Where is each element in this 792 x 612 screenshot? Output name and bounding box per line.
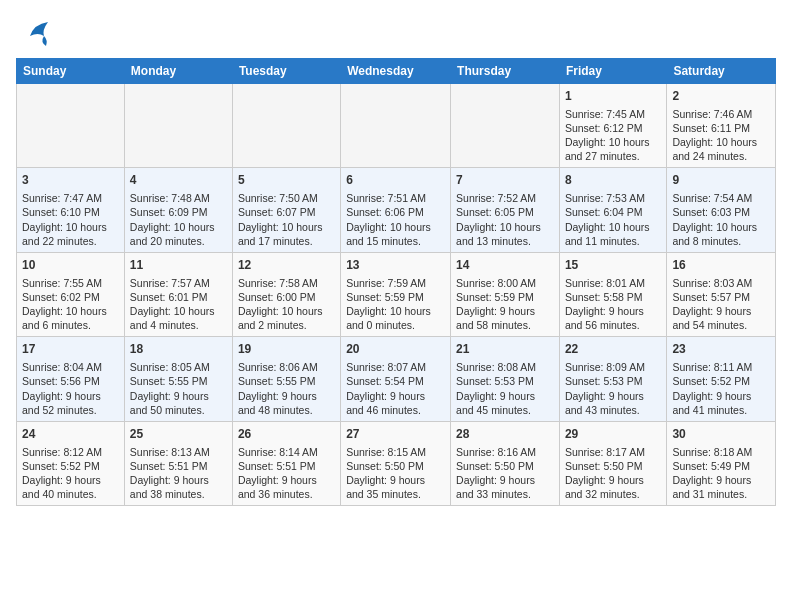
day-number: 5	[238, 172, 335, 189]
calendar-cell: 2Sunrise: 7:46 AMSunset: 6:11 PMDaylight…	[667, 84, 776, 168]
day-number: 20	[346, 341, 445, 358]
day-info: Sunset: 5:51 PM	[130, 459, 227, 473]
day-info: Sunset: 5:53 PM	[565, 374, 661, 388]
day-info: Sunset: 5:59 PM	[346, 290, 445, 304]
day-info: Sunset: 5:56 PM	[22, 374, 119, 388]
day-number: 15	[565, 257, 661, 274]
day-info: Sunset: 6:12 PM	[565, 121, 661, 135]
calendar-cell: 24Sunrise: 8:12 AMSunset: 5:52 PMDayligh…	[17, 421, 125, 505]
day-number: 17	[22, 341, 119, 358]
day-info: Sunrise: 7:50 AM	[238, 191, 335, 205]
day-info: Sunrise: 7:48 AM	[130, 191, 227, 205]
day-info: Sunrise: 8:01 AM	[565, 276, 661, 290]
calendar-cell: 20Sunrise: 8:07 AMSunset: 5:54 PMDayligh…	[341, 337, 451, 421]
day-info: Daylight: 10 hours and 0 minutes.	[346, 304, 445, 332]
day-info: Sunset: 5:55 PM	[238, 374, 335, 388]
calendar-cell	[124, 84, 232, 168]
day-info: Sunrise: 8:11 AM	[672, 360, 770, 374]
day-info: Sunrise: 8:15 AM	[346, 445, 445, 459]
day-info: Sunrise: 8:05 AM	[130, 360, 227, 374]
weekday-header-sunday: Sunday	[17, 59, 125, 84]
calendar-cell: 16Sunrise: 8:03 AMSunset: 5:57 PMDayligh…	[667, 252, 776, 336]
weekday-header-saturday: Saturday	[667, 59, 776, 84]
day-info: Daylight: 10 hours and 20 minutes.	[130, 220, 227, 248]
day-info: Sunrise: 8:07 AM	[346, 360, 445, 374]
day-info: Daylight: 9 hours and 35 minutes.	[346, 473, 445, 501]
day-number: 18	[130, 341, 227, 358]
day-info: Daylight: 9 hours and 45 minutes.	[456, 389, 554, 417]
calendar-cell: 15Sunrise: 8:01 AMSunset: 5:58 PMDayligh…	[559, 252, 666, 336]
day-info: Daylight: 10 hours and 27 minutes.	[565, 135, 661, 163]
day-info: Sunrise: 7:57 AM	[130, 276, 227, 290]
day-info: Sunset: 5:59 PM	[456, 290, 554, 304]
day-info: Sunset: 5:50 PM	[565, 459, 661, 473]
day-info: Sunrise: 8:00 AM	[456, 276, 554, 290]
weekday-header-friday: Friday	[559, 59, 666, 84]
calendar-cell: 25Sunrise: 8:13 AMSunset: 5:51 PMDayligh…	[124, 421, 232, 505]
calendar-cell: 26Sunrise: 8:14 AMSunset: 5:51 PMDayligh…	[232, 421, 340, 505]
calendar-cell: 18Sunrise: 8:05 AMSunset: 5:55 PMDayligh…	[124, 337, 232, 421]
day-number: 30	[672, 426, 770, 443]
day-number: 14	[456, 257, 554, 274]
day-info: Daylight: 10 hours and 11 minutes.	[565, 220, 661, 248]
calendar-cell: 12Sunrise: 7:58 AMSunset: 6:00 PMDayligh…	[232, 252, 340, 336]
day-info: Daylight: 9 hours and 50 minutes.	[130, 389, 227, 417]
calendar-cell: 7Sunrise: 7:52 AMSunset: 6:05 PMDaylight…	[451, 168, 560, 252]
day-number: 19	[238, 341, 335, 358]
day-info: Sunset: 6:03 PM	[672, 205, 770, 219]
calendar-cell: 5Sunrise: 7:50 AMSunset: 6:07 PMDaylight…	[232, 168, 340, 252]
calendar-cell: 29Sunrise: 8:17 AMSunset: 5:50 PMDayligh…	[559, 421, 666, 505]
day-info: Sunrise: 7:53 AM	[565, 191, 661, 205]
day-info: Daylight: 9 hours and 48 minutes.	[238, 389, 335, 417]
day-info: Sunrise: 8:16 AM	[456, 445, 554, 459]
weekday-header-tuesday: Tuesday	[232, 59, 340, 84]
day-info: Sunrise: 7:47 AM	[22, 191, 119, 205]
day-info: Sunrise: 8:09 AM	[565, 360, 661, 374]
day-info: Sunset: 6:06 PM	[346, 205, 445, 219]
day-number: 2	[672, 88, 770, 105]
day-number: 24	[22, 426, 119, 443]
weekday-header-monday: Monday	[124, 59, 232, 84]
day-info: Sunset: 5:52 PM	[672, 374, 770, 388]
day-info: Daylight: 9 hours and 33 minutes.	[456, 473, 554, 501]
day-info: Sunset: 6:07 PM	[238, 205, 335, 219]
day-info: Daylight: 10 hours and 2 minutes.	[238, 304, 335, 332]
day-info: Sunset: 6:00 PM	[238, 290, 335, 304]
day-info: Sunrise: 8:08 AM	[456, 360, 554, 374]
day-info: Sunset: 6:02 PM	[22, 290, 119, 304]
day-number: 21	[456, 341, 554, 358]
day-number: 23	[672, 341, 770, 358]
day-number: 7	[456, 172, 554, 189]
day-info: Sunrise: 8:03 AM	[672, 276, 770, 290]
day-info: Daylight: 10 hours and 15 minutes.	[346, 220, 445, 248]
day-number: 1	[565, 88, 661, 105]
day-info: Sunrise: 8:04 AM	[22, 360, 119, 374]
weekday-header-wednesday: Wednesday	[341, 59, 451, 84]
day-number: 28	[456, 426, 554, 443]
day-info: Daylight: 9 hours and 36 minutes.	[238, 473, 335, 501]
calendar-cell	[17, 84, 125, 168]
day-info: Sunrise: 7:51 AM	[346, 191, 445, 205]
calendar-cell: 30Sunrise: 8:18 AMSunset: 5:49 PMDayligh…	[667, 421, 776, 505]
calendar-cell: 21Sunrise: 8:08 AMSunset: 5:53 PMDayligh…	[451, 337, 560, 421]
day-number: 27	[346, 426, 445, 443]
day-number: 9	[672, 172, 770, 189]
day-info: Daylight: 10 hours and 8 minutes.	[672, 220, 770, 248]
day-number: 10	[22, 257, 119, 274]
logo-bird-icon	[20, 16, 54, 50]
calendar-cell: 23Sunrise: 8:11 AMSunset: 5:52 PMDayligh…	[667, 337, 776, 421]
day-info: Sunset: 6:11 PM	[672, 121, 770, 135]
day-number: 6	[346, 172, 445, 189]
calendar-cell: 10Sunrise: 7:55 AMSunset: 6:02 PMDayligh…	[17, 252, 125, 336]
day-info: Sunrise: 7:54 AM	[672, 191, 770, 205]
day-info: Sunset: 6:10 PM	[22, 205, 119, 219]
page-header	[16, 16, 776, 50]
day-info: Sunrise: 8:18 AM	[672, 445, 770, 459]
day-number: 22	[565, 341, 661, 358]
calendar-cell: 8Sunrise: 7:53 AMSunset: 6:04 PMDaylight…	[559, 168, 666, 252]
calendar-cell	[451, 84, 560, 168]
day-info: Sunrise: 7:46 AM	[672, 107, 770, 121]
calendar-cell: 13Sunrise: 7:59 AMSunset: 5:59 PMDayligh…	[341, 252, 451, 336]
day-info: Sunset: 5:53 PM	[456, 374, 554, 388]
day-info: Daylight: 9 hours and 41 minutes.	[672, 389, 770, 417]
